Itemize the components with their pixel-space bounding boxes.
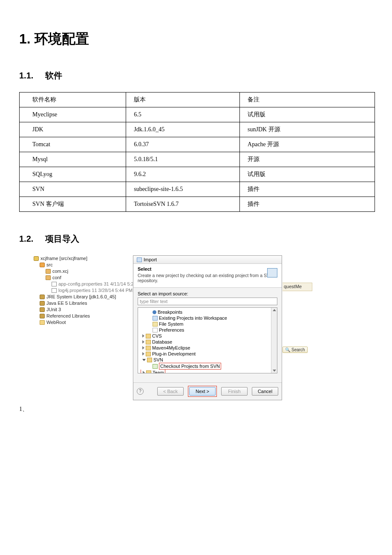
tree-item[interactable]: Plug-in Development <box>152 351 196 357</box>
next-button[interactable]: Next > <box>189 387 216 396</box>
table-row: SQLyog9.6.2试用版 <box>20 167 375 182</box>
library-icon <box>40 314 45 318</box>
tree-item[interactable]: JUnit 3 <box>46 306 61 313</box>
filesystem-icon <box>153 322 158 327</box>
heading-1-2: 1.2.项目导入 <box>19 233 375 245</box>
tree-item[interactable]: SVN <box>153 357 163 363</box>
table-row: SVNsubeclipse-site-1.6.5插件 <box>20 182 375 197</box>
import-icon <box>137 257 142 262</box>
back-button[interactable]: < Back <box>157 387 184 396</box>
search-tab[interactable]: 🔍Search <box>282 347 308 353</box>
expand-icon[interactable] <box>142 352 144 356</box>
th-remark: 备注 <box>240 92 375 107</box>
checkout-icon <box>153 364 158 369</box>
table-row: Myeclipse6.5试用版 <box>20 107 375 122</box>
help-icon[interactable]: ? <box>137 388 144 395</box>
import-wizard-icon <box>267 268 277 278</box>
tree-item[interactable]: WebRoot <box>46 319 66 326</box>
folder-icon <box>146 346 151 350</box>
breakpoints-icon <box>153 310 156 314</box>
folder-icon <box>40 320 45 325</box>
project-icon <box>34 256 39 261</box>
source-label: Select an import source: <box>138 291 277 296</box>
tree-item[interactable]: Referenced Libraries <box>46 313 90 319</box>
tree-item[interactable]: File System <box>159 321 183 327</box>
dialog-button-bar: ? < Back Next > Finish Cancel <box>133 382 282 400</box>
tree-item[interactable]: Maven4MyEclipse <box>152 345 190 351</box>
import-projects-icon <box>153 316 158 321</box>
expand-icon[interactable] <box>142 346 144 350</box>
package-icon <box>46 275 51 280</box>
editor-tab-fragment: questMe <box>282 283 312 291</box>
import-dialog: Import Select Create a new project by ch… <box>133 255 282 400</box>
tree-item[interactable]: src <box>46 262 53 268</box>
screenshot: 1、 xcjframe [src/xcjframe] src com.xcj c… <box>33 255 375 413</box>
expand-icon[interactable] <box>142 340 144 344</box>
folder-icon <box>146 334 151 338</box>
tree-item[interactable]: Preferences <box>159 327 184 333</box>
banner-heading: Select <box>138 266 277 272</box>
file-icon <box>52 282 57 286</box>
library-icon <box>40 301 45 306</box>
table-header-row: 软件名称 版本 备注 <box>20 92 375 107</box>
dialog-title: Import <box>144 257 157 262</box>
next-highlight: Next > <box>188 386 217 397</box>
folder-icon <box>147 358 152 362</box>
tree-item[interactable]: Java EE 5 Libraries <box>46 300 87 306</box>
tree-item[interactable]: Team <box>153 370 164 373</box>
tree-item[interactable]: Database <box>152 339 172 345</box>
folder-icon <box>146 352 151 356</box>
scrollbar[interactable] <box>271 308 277 373</box>
filter-input[interactable]: type filter text <box>138 298 277 305</box>
banner-description: Create a new project by checking out an … <box>138 273 277 283</box>
import-source-tree: Breakpoints Existing Projects into Works… <box>138 307 277 373</box>
tree-item[interactable]: Existing Projects into Workspace <box>159 315 227 321</box>
library-icon <box>40 295 45 299</box>
th-version: 版本 <box>126 92 240 107</box>
folder-icon <box>146 370 151 374</box>
table-row: JDKJdk.1.6.0_45sunJDK 开源 <box>20 122 375 137</box>
expand-icon[interactable] <box>142 334 144 338</box>
preferences-icon <box>153 328 158 332</box>
package-icon <box>46 269 51 274</box>
tree-item[interactable]: CVS <box>152 333 162 339</box>
dialog-banner: Select Create a new project by checking … <box>133 264 282 288</box>
heading-1-1: 1.1.软件 <box>19 70 375 81</box>
table-row: SVN 客户端TortoiseSVN 1.6.7插件 <box>20 197 375 212</box>
dialog-title-bar: Import <box>133 256 282 264</box>
project-explorer: xcjframe [src/xcjframe] src com.xcj conf… <box>33 255 133 326</box>
software-table: 软件名称 版本 备注 Myeclipse6.5试用版 JDKJdk.1.6.0_… <box>19 92 375 212</box>
collapse-icon[interactable] <box>142 359 146 361</box>
th-name: 软件名称 <box>20 92 126 107</box>
cancel-button[interactable]: Cancel <box>252 387 278 396</box>
expand-icon[interactable] <box>143 371 145 373</box>
tree-item[interactable]: Breakpoints <box>158 309 182 315</box>
finish-button[interactable]: Finish <box>221 387 248 396</box>
folder-icon <box>146 340 151 344</box>
source-folder-icon <box>40 263 45 267</box>
tree-item[interactable]: JRE System Library [jdk1.6.0_45] <box>46 294 116 300</box>
tree-item[interactable]: conf <box>52 275 61 281</box>
table-row: Mysql5.0.18/5.1开源 <box>20 152 375 167</box>
step-number: 1、 <box>19 405 28 413</box>
tree-item[interactable]: xcjframe [src/xcjframe] <box>40 255 87 262</box>
tree-item-selected[interactable]: Checkout Projects from SVN <box>159 363 221 370</box>
heading-1: 1. 环境配置 <box>19 30 375 49</box>
file-icon <box>52 288 57 293</box>
background-fragment: questMe 🔍Search <box>282 283 312 353</box>
library-icon <box>40 307 45 312</box>
table-row: Tomcat6.0.37Apache 开源 <box>20 137 375 152</box>
tree-item[interactable]: com.xcj <box>52 268 68 275</box>
search-icon: 🔍 <box>285 347 290 352</box>
